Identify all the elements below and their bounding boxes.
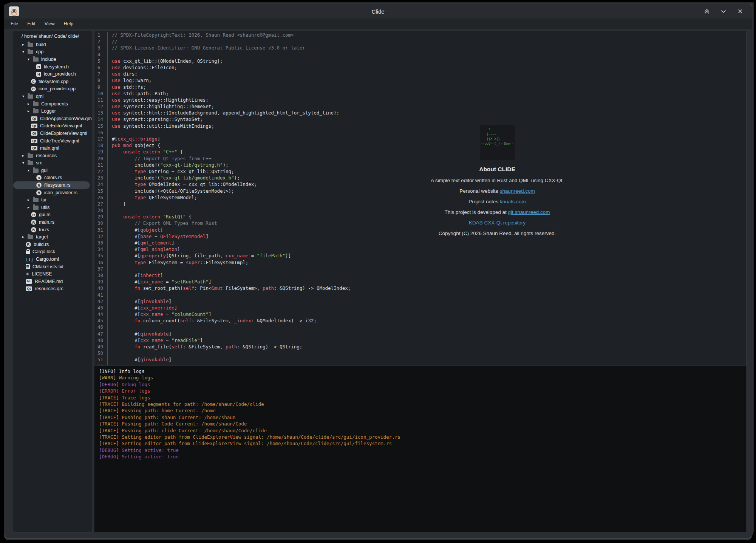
line-number: 31 xyxy=(94,227,108,233)
chevron-down-icon[interactable]: ▾ xyxy=(22,94,28,98)
code-text: #[qproperty(QString, file_path, cxx_name… xyxy=(108,252,291,259)
code-text: use std::path::Path; xyxy=(108,90,169,97)
code-line: 8use log::warn; xyxy=(94,77,746,84)
tree-item-cargo-toml[interactable]: [T]Cargo.toml xyxy=(13,255,92,263)
code-text: #[cxx_override] xyxy=(108,305,177,311)
app-icon[interactable]: X xyxy=(9,6,19,16)
tree-item-tui-rs[interactable]: Rtui.rs xyxy=(13,226,92,234)
link-knoats-com[interactable]: knoats.com xyxy=(500,199,526,204)
tree-item-clideeditorview-qml[interactable]: QtClideEditorView.qml xyxy=(13,122,92,130)
tree-item-components[interactable]: ▸Components xyxy=(13,100,92,108)
line-number: 32 xyxy=(94,233,108,240)
tree-item-label: tui xyxy=(41,197,46,203)
qt-file-icon: Qt xyxy=(31,139,37,143)
code-line: 44 #[cxx_name = "columnCount"] xyxy=(94,311,746,317)
tree-item-icon-provider-h[interactable]: Hicon_provider.h xyxy=(13,70,92,78)
menu-item-file[interactable]: File xyxy=(11,21,18,26)
tree-item-license[interactable]: ✶LICENSE xyxy=(13,270,92,278)
tree-item-label: qml xyxy=(36,94,43,99)
code-text: // Import Qt Types from C++ xyxy=(108,155,211,162)
tree-item-clideexplorerview-qml[interactable]: QtClideExplorerView.qml xyxy=(13,130,92,137)
code-text: fn column_count(self: &FileSystem, _inde… xyxy=(108,317,317,324)
chevron-right-icon[interactable]: ▸ xyxy=(28,206,33,209)
chevron-right-icon[interactable]: ▸ xyxy=(28,102,33,106)
tree-item-filesystem-h[interactable]: Hfilesystem.h xyxy=(13,63,92,71)
app-window: X Clide FileEditViewHelp / home/ shaun/ … xyxy=(4,4,752,538)
tree-item-readme-md[interactable]: M↓README.md xyxy=(13,278,92,285)
code-line: 46 xyxy=(94,324,746,330)
tree-item-target[interactable]: ▸target xyxy=(13,233,92,241)
tree-item-main-qml[interactable]: Qtmain.qml xyxy=(13,144,92,152)
chevron-right-icon[interactable]: ▸ xyxy=(22,235,28,239)
tree-item-label: ClideApplicationView.qml xyxy=(40,116,92,121)
chevron-down-icon[interactable]: ▾ xyxy=(28,57,33,61)
tree-item-qml[interactable]: ▾qml xyxy=(13,93,92,100)
about-link-line: KDAB CXX-Qt repository xyxy=(418,220,577,226)
tree-item-cargo-lock[interactable]: Cargo.lock xyxy=(13,248,92,256)
file-tree: ▸build▾cpp▾includeHfilesystem.hHicon_pro… xyxy=(13,41,92,292)
tree-item-clideapplicationview-qml[interactable]: QtClideApplicationView.qml xyxy=(13,115,92,122)
tree-item-build[interactable]: ▸build xyxy=(13,41,92,48)
markdown-file-icon: M↓ xyxy=(26,279,32,284)
tree-item-cmakelists-txt[interactable]: CMakeLists.txt xyxy=(13,263,92,271)
code-text: type QString = cxx_qt_lib::QString; xyxy=(108,168,234,175)
tree-item-gui[interactable]: ▾gui xyxy=(13,167,92,174)
log-line-info: [INFO] Info logs xyxy=(99,368,746,374)
link-git-shaunreed-com[interactable]: git.shaunreed.com xyxy=(508,209,550,215)
chevron-right-icon[interactable]: ▸ xyxy=(28,109,33,113)
tree-item-resources-qrc[interactable]: Qtresources.qrc xyxy=(13,285,92,293)
tree-item-resources[interactable]: ▸resources xyxy=(13,152,92,159)
line-number: 35 xyxy=(94,252,108,259)
tree-item-utils[interactable]: ▸utils xyxy=(13,204,92,211)
tree-item-icon-provider-rs[interactable]: Ricon_provider.rs xyxy=(13,189,92,196)
close-button[interactable] xyxy=(735,6,745,16)
line-number: 33 xyxy=(94,240,108,246)
tree-item-filesystem-cpp[interactable]: Cfilesystem.cpp xyxy=(13,78,92,85)
link-shaunreed-com[interactable]: shaunreed.com xyxy=(500,188,535,194)
chevron-down-icon xyxy=(720,8,727,15)
tree-item-clidetreeview-qml[interactable]: QtClideTreeView.qml xyxy=(13,137,92,145)
menu-item-edit[interactable]: Edit xyxy=(27,21,36,26)
tree-item-icon-provider-cpp[interactable]: Cicon_provider.cpp xyxy=(13,85,92,93)
folder-icon xyxy=(28,50,33,54)
tree-item-main-rs[interactable]: Rmain.rs xyxy=(13,218,92,226)
tree-item-label: CMakeLists.txt xyxy=(32,264,63,269)
menu-item-help[interactable]: Help xyxy=(64,21,74,26)
tree-item-label: filesystem.rs xyxy=(44,183,70,188)
tree-item-cpp[interactable]: ▾cpp xyxy=(13,48,92,56)
qt-file-icon: Qt xyxy=(31,124,37,128)
code-text: use syntect::parsing::SyntaxSet; xyxy=(108,116,203,122)
shade-button[interactable] xyxy=(702,6,712,16)
line-number: 22 xyxy=(94,168,108,175)
code-line: 38 #[inherit] xyxy=(94,272,746,278)
minimize-button[interactable] xyxy=(719,6,728,16)
code-line: 40 fn set_root_path(self: Pin<&mut FileS… xyxy=(94,285,746,291)
log-panel[interactable]: [INFO] Info logs[WARN] Warning logs[DEBU… xyxy=(94,365,747,532)
chevron-down-icon[interactable]: ▾ xyxy=(22,161,28,165)
link-kdab-cxx-qt-repository[interactable]: KDAB CXX-Qt repository xyxy=(469,220,526,226)
chevron-down-icon[interactable]: ▾ xyxy=(22,50,28,54)
line-number: 18 xyxy=(94,142,108,149)
tree-item-gui-rs[interactable]: Rgui.rs xyxy=(13,211,92,219)
code-line: 10use std::path::Path; xyxy=(94,90,746,97)
chevron-right-icon[interactable]: ▸ xyxy=(22,43,28,46)
tree-item-src[interactable]: ▾src xyxy=(13,159,92,167)
chevron-right-icon[interactable]: ▸ xyxy=(22,154,28,158)
tree-item-tui[interactable]: ▸tui xyxy=(13,196,92,204)
tree-item-build-rs[interactable]: Rbuild.rs xyxy=(13,241,92,248)
title-bar[interactable]: X Clide xyxy=(4,4,752,19)
chevron-down-icon[interactable]: ▾ xyxy=(28,169,33,172)
line-number: 34 xyxy=(94,246,108,252)
menu-item-view[interactable]: View xyxy=(45,21,55,26)
chevron-right-icon[interactable]: ▸ xyxy=(28,198,33,202)
file-tree-panel[interactable]: / home/ shaun/ Code/ clide/ ▸build▾cpp▾i… xyxy=(13,31,92,532)
code-line: 4 xyxy=(94,51,746,58)
tree-item-filesystem-rs[interactable]: Rfilesystem.rs xyxy=(13,181,90,189)
tree-item-colors-rs[interactable]: Rcolors.rs xyxy=(13,174,92,182)
app-icon-x-glyph: X xyxy=(12,8,16,15)
tree-item-logger[interactable]: ▸Logger xyxy=(13,107,92,115)
tree-item-include[interactable]: ▾include xyxy=(13,56,92,63)
tree-item-label: ClideTreeView.qml xyxy=(40,138,79,144)
tree-item-label: colors.rs xyxy=(44,175,62,180)
tree-item-label: icon_provider.rs xyxy=(44,190,77,195)
